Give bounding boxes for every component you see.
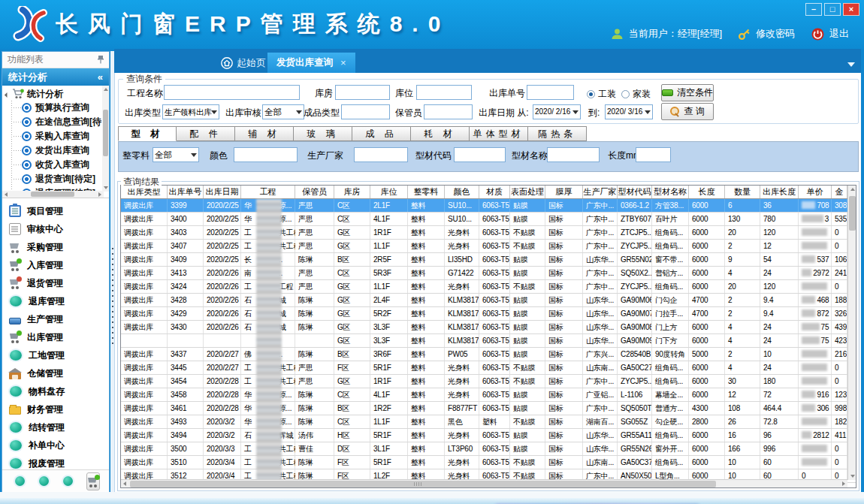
tree-item[interactable]: 退货查询[待定] [4, 172, 109, 186]
project-name-input[interactable] [164, 85, 300, 100]
sidebar-item[interactable]: 结转管理 [2, 418, 109, 436]
tree-item[interactable]: 采购入库查询 [4, 129, 109, 143]
grid-row[interactable]: 调拨出库34612020/2/28华原...陈琳B区1R2F整料F8877FT6… [121, 402, 856, 415]
grid-row[interactable]: 调拨出库33992020/2/25华原...严思C区2L1F整料SU10...6… [121, 199, 856, 213]
sidebar-item[interactable]: 项目管理 [2, 202, 109, 220]
grid-row[interactable]: 调拨出库34242020/2/26工工程严思G区1L1F整料光身料6063-T5… [121, 280, 856, 294]
material-tab[interactable]: 单体型材 [470, 126, 528, 141]
maximize-button[interactable]: □ [824, 3, 841, 16]
code-input[interactable] [454, 147, 506, 162]
sidebar-item[interactable]: 审核中心 [2, 220, 109, 238]
sidebar-item[interactable]: 入库管理 [2, 256, 109, 274]
grid-column-header[interactable]: 出库日期 [204, 186, 241, 198]
grid-row[interactable]: 调拨出库34072020/2/25工共工程严思G区1L1F整料光身料6063-T… [121, 240, 856, 253]
pin-icon[interactable] [98, 56, 104, 64]
material-tab[interactable]: 配 件 [177, 126, 235, 141]
grid-column-header[interactable]: 数量 [725, 186, 760, 198]
date-from-picker[interactable]: 2020/ 2/16 [533, 104, 581, 119]
grid-row[interactable]: 调拨出库34002020/2/25华原...严思C区4L1F整料SU10...6… [121, 213, 856, 226]
dot-icon[interactable] [63, 476, 73, 486]
grid-row[interactable]: 调拨出库34942020/3/2石辉城汤伟H区5R1F整料光身料6063-T5贴… [121, 429, 856, 442]
grid-horizontal-scrollbar[interactable] [121, 479, 847, 487]
tree-vertical-scrollbar[interactable] [102, 86, 109, 192]
maker-input[interactable] [354, 147, 408, 162]
search-button[interactable]: 查 询 [661, 103, 714, 120]
material-tab[interactable]: 辅 材 [235, 126, 294, 141]
radio-jiazhuang[interactable]: 家装 [621, 88, 651, 101]
sidebar-item[interactable]: 退货管理 [2, 274, 109, 292]
grid-row[interactable]: 调拨出库34132020/2/26南..严思C区5R3F整料G714226063… [121, 267, 856, 280]
tab-close-icon[interactable]: × [340, 57, 346, 68]
grid-row[interactable]: 调拨出库34302020/2/26石城陈琳G区3L3F整料KLM38176063… [121, 321, 856, 334]
material-tab[interactable]: 耗 材 [411, 126, 470, 141]
clear-conditions-button[interactable]: 清空条件 [661, 84, 714, 101]
dot-icon[interactable] [15, 476, 25, 486]
name-input[interactable] [547, 147, 600, 162]
sidebar-item[interactable]: 退库管理 [2, 292, 109, 310]
grid-column-header[interactable]: 生产厂家 [583, 186, 618, 198]
sidebar-item[interactable]: 仓储管理 [2, 364, 109, 382]
dot-icon[interactable] [39, 476, 49, 486]
tab-active[interactable]: 发货出库查询 × [267, 53, 355, 73]
cart-button[interactable] [86, 472, 100, 490]
grid-column-header[interactable]: 金 [832, 186, 847, 198]
sidebar-item[interactable]: 生产管理 [2, 310, 109, 328]
grid-column-header[interactable]: 库位 [370, 186, 408, 198]
tab-list-dropdown-icon[interactable] [847, 62, 855, 67]
minimize-button[interactable]: – [805, 3, 822, 16]
grid-column-header[interactable]: 型材名称 [652, 186, 689, 198]
audit-combobox[interactable]: 全部 [262, 104, 304, 119]
order-no-input[interactable] [527, 85, 574, 100]
tree-item[interactable]: 收货入库查询 [4, 158, 109, 172]
grid-column-header[interactable]: 保管员 [295, 186, 334, 198]
sidebar-item[interactable]: 物料盘存 [2, 382, 109, 400]
grid-column-header[interactable]: 长度 [689, 186, 725, 198]
tree-horizontal-scrollbar[interactable] [2, 191, 104, 198]
grid-row[interactable]: 调拨出库34372020/2/27佛..陈琳B区3R6F整料PW056063-T… [121, 348, 856, 361]
sidebar-item[interactable]: 工地管理 [2, 346, 109, 364]
tree-root[interactable]: 统计分析 [4, 87, 109, 101]
product-type-input[interactable] [341, 104, 390, 119]
grid-column-header[interactable]: 库房 [334, 186, 370, 198]
location-input[interactable] [416, 85, 472, 100]
tree-expander-icon[interactable] [5, 92, 10, 98]
grid-vertical-scrollbar[interactable] [847, 186, 856, 480]
tree-item[interactable]: 预算执行查询 [4, 101, 109, 115]
material-tab[interactable]: 玻 璃 [294, 126, 352, 141]
grid-column-header[interactable]: 膜厚 [545, 186, 583, 198]
grid-column-header[interactable]: 整零料 [408, 186, 445, 198]
sidebar-item[interactable]: 出库管理 [2, 328, 109, 346]
grid-row[interactable]: 调拨出库35102020/3/4工共工程陈琳F区5R1F整料光身料6063-T5… [121, 456, 856, 469]
grid-row[interactable]: 调拨出库34452020/2/27工共工程严思F区5R1F整料光身料6063-T… [121, 361, 856, 375]
grid-column-header[interactable]: 出库长度 [760, 186, 799, 198]
tab-home[interactable]: 起始页 [216, 53, 270, 73]
length-input[interactable] [636, 147, 671, 162]
date-to-picker[interactable]: 2020/ 3/16 [605, 104, 653, 119]
color-input[interactable] [234, 147, 298, 162]
grid-row[interactable]: 调拨出库34292020/2/26石城陈琳G区5R2F整料KLM38176063… [121, 307, 856, 321]
radio-gongzhuang[interactable]: 工装 [587, 88, 616, 101]
warehouse-input[interactable] [335, 85, 390, 100]
close-button[interactable]: × [843, 3, 859, 16]
grid-row[interactable]: 调拨出库34542020/2/28工共工程严思G区1R1F整料光身料6063-T… [121, 375, 856, 388]
grid-column-header[interactable]: 单价 [799, 186, 832, 198]
grid-row[interactable]: G区3L3F整料KLM38176063-T5贴膜国标山东华...GA90M09.… [121, 334, 856, 348]
grid-column-header[interactable]: 颜色 [445, 186, 479, 198]
section-header[interactable]: 统计分析 « [2, 68, 109, 86]
tree-item[interactable]: 发货出库查询 [4, 143, 109, 158]
keeper-input[interactable] [424, 104, 473, 119]
grid-row[interactable]: 调拨出库34032020/2/25工共工程严思G区1R1F整料光身料6063-T… [121, 226, 856, 240]
sidebar-item[interactable]: 补单中心 [2, 436, 109, 454]
grid-column-header[interactable]: 表面处理 [510, 186, 545, 198]
material-tab[interactable]: 型 材 [118, 126, 177, 141]
material-tab[interactable]: 隔热条 [528, 126, 587, 141]
grid-column-header[interactable]: 型材代码 [618, 186, 652, 198]
grid-row[interactable]: 调拨出库34582020/2/28华原...陈琳C区4L1F整料光身料6063-… [121, 388, 856, 402]
zhengling-combobox[interactable]: 全部 [153, 147, 199, 162]
grid-column-header[interactable]: 出库单号 [168, 186, 204, 198]
sidebar-item[interactable]: 采购管理 [2, 238, 109, 256]
grid-column-header[interactable]: 工程 [241, 186, 295, 198]
sidebar-item[interactable]: 财务管理 [2, 400, 109, 418]
material-tab[interactable]: 成 品 [352, 126, 411, 141]
change-password-link[interactable]: 修改密码 [756, 27, 795, 41]
